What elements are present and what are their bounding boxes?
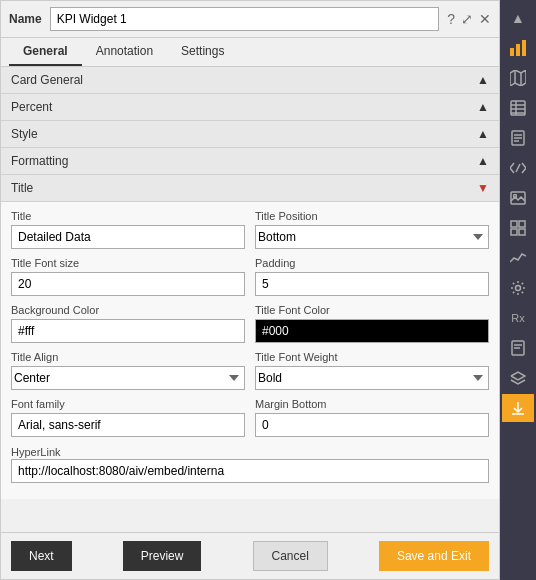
title-font-weight-label: Title Font Weight <box>255 351 489 363</box>
group-padding: Padding <box>255 257 489 296</box>
section-title[interactable]: Title ▼ <box>1 175 499 202</box>
sidebar-icon-map[interactable] <box>502 64 534 92</box>
title-font-weight-select[interactable]: Bold Normal Italic <box>255 366 489 390</box>
group-bg-color: Background Color <box>11 304 245 343</box>
sidebar-icon-table[interactable] <box>502 94 534 122</box>
title-align-select-wrapper: Center Left Right <box>11 366 245 390</box>
sidebar-icon-code[interactable] <box>502 154 534 182</box>
sidebar-icon-image[interactable] <box>502 184 534 212</box>
tab-annotation[interactable]: Annotation <box>82 38 167 66</box>
svg-rect-21 <box>519 229 525 235</box>
group-title-position: Title Position Bottom Top Left Right <box>255 210 489 249</box>
font-family-label: Font family <box>11 398 245 410</box>
font-family-input[interactable] <box>11 413 245 437</box>
svg-marker-3 <box>510 70 526 86</box>
title-arrow: ▼ <box>477 181 489 195</box>
next-button[interactable]: Next <box>11 541 72 571</box>
group-hyperlink: HyperLink <box>11 445 489 483</box>
group-title-font-size: Title Font size <box>11 257 245 296</box>
header: Name ? ⤢ ✕ <box>1 1 499 38</box>
cancel-button[interactable]: Cancel <box>253 541 328 571</box>
svg-rect-2 <box>522 40 526 56</box>
row-font-family-margin: Font family Margin Bottom <box>11 398 489 437</box>
sidebar-icon-doc[interactable] <box>502 124 534 152</box>
group-title-font-color: Title Font Color <box>255 304 489 343</box>
title-font-size-label: Title Font size <box>11 257 245 269</box>
title-section-content: Title Title Position Bottom Top Left Rig… <box>1 202 499 499</box>
close-icon[interactable]: ✕ <box>479 11 491 27</box>
section-style[interactable]: Style ▲ <box>1 121 499 148</box>
preview-button[interactable]: Preview <box>123 541 202 571</box>
name-input[interactable] <box>50 7 440 31</box>
section-percent[interactable]: Percent ▲ <box>1 94 499 121</box>
row-title-position: Title Title Position Bottom Top Left Rig… <box>11 210 489 249</box>
sidebar-icon-file2[interactable] <box>502 334 534 362</box>
bg-color-label: Background Color <box>11 304 245 316</box>
padding-input[interactable] <box>255 272 489 296</box>
sidebar-icon-chart[interactable] <box>502 34 534 62</box>
percent-arrow: ▲ <box>477 100 489 114</box>
help-icon[interactable]: ? <box>447 11 455 27</box>
row-align-weight: Title Align Center Left Right Title Font… <box>11 351 489 390</box>
formatting-arrow: ▲ <box>477 154 489 168</box>
hyperlink-input[interactable] <box>11 459 489 483</box>
section-formatting[interactable]: Formatting ▲ <box>1 148 499 175</box>
title-label: Title <box>11 210 245 222</box>
sidebar-icon-grid[interactable] <box>502 214 534 242</box>
svg-rect-20 <box>511 229 517 235</box>
svg-rect-18 <box>511 221 517 227</box>
title-input[interactable] <box>11 225 245 249</box>
hyperlink-label: HyperLink <box>11 446 61 458</box>
group-title: Title <box>11 210 245 249</box>
move-icon[interactable]: ⤢ <box>461 11 473 27</box>
group-margin-bottom: Margin Bottom <box>255 398 489 437</box>
title-font-color-label: Title Font Color <box>255 304 489 316</box>
padding-label: Padding <box>255 257 489 269</box>
sidebar-icon-layers[interactable] <box>502 364 534 392</box>
title-position-label: Title Position <box>255 210 489 222</box>
bg-color-input[interactable] <box>11 319 245 343</box>
title-align-select[interactable]: Center Left Right <box>11 366 245 390</box>
style-arrow: ▲ <box>477 127 489 141</box>
sidebar-icon-rx[interactable]: Rx <box>502 304 534 332</box>
title-font-weight-select-wrapper: Bold Normal Italic <box>255 366 489 390</box>
scroll-area: Card General ▲ Percent ▲ Style ▲ Formatt… <box>1 67 499 532</box>
group-title-align: Title Align Center Left Right <box>11 351 245 390</box>
title-position-select[interactable]: Bottom Top Left Right <box>255 225 489 249</box>
sidebar-icon-download[interactable] <box>502 394 534 422</box>
footer: Next Preview Cancel Save and Exit <box>1 532 499 579</box>
section-card-general[interactable]: Card General ▲ <box>1 67 499 94</box>
row-colors: Background Color Title Font Color <box>11 304 489 343</box>
save-exit-button[interactable]: Save and Exit <box>379 541 489 571</box>
margin-bottom-label: Margin Bottom <box>255 398 489 410</box>
title-font-color-input[interactable] <box>255 319 489 343</box>
sidebar: ▲ Rx <box>500 0 536 580</box>
group-font-family: Font family <box>11 398 245 437</box>
row-fontsize-padding: Title Font size Padding <box>11 257 489 296</box>
name-label: Name <box>9 12 42 26</box>
tab-general[interactable]: General <box>9 38 82 66</box>
svg-rect-19 <box>519 221 525 227</box>
sidebar-icon-upload[interactable]: ▲ <box>502 4 534 32</box>
tab-settings[interactable]: Settings <box>167 38 238 66</box>
tabs-row: General Annotation Settings <box>1 38 499 67</box>
title-align-label: Title Align <box>11 351 245 363</box>
title-position-select-wrapper: Bottom Top Left Right <box>255 225 489 249</box>
margin-bottom-input[interactable] <box>255 413 489 437</box>
title-font-size-input[interactable] <box>11 272 245 296</box>
sidebar-icon-linechart[interactable] <box>502 244 534 272</box>
svg-rect-0 <box>510 48 514 56</box>
svg-rect-1 <box>516 44 520 56</box>
card-general-arrow: ▲ <box>477 73 489 87</box>
sidebar-icon-gear[interactable] <box>502 274 534 302</box>
svg-point-22 <box>516 286 521 291</box>
group-title-font-weight: Title Font Weight Bold Normal Italic <box>255 351 489 390</box>
svg-line-15 <box>516 164 520 172</box>
